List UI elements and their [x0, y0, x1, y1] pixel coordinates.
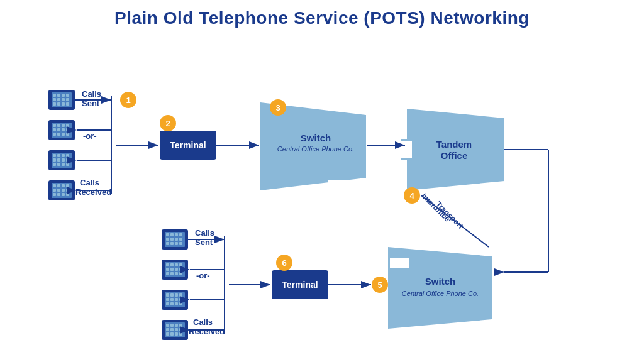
svg-rect-102 — [166, 272, 169, 275]
svg-rect-114 — [179, 298, 182, 301]
svg-rect-103 — [170, 272, 174, 275]
svg-rect-120 — [166, 324, 169, 327]
svg-rect-15 — [66, 102, 69, 106]
svg-rect-128 — [166, 332, 169, 336]
svg-rect-20 — [66, 124, 69, 127]
svg-rect-145 — [390, 255, 409, 258]
tandem-subtitle: Office — [441, 150, 468, 161]
svg-rect-99 — [170, 268, 174, 271]
svg-rect-86 — [170, 238, 174, 241]
svg-rect-51 — [53, 193, 56, 196]
svg-rect-98 — [166, 268, 169, 271]
svg-rect-146 — [390, 268, 409, 270]
svg-rect-97 — [179, 263, 182, 266]
or-label-bot: -or- — [196, 271, 210, 280]
switch-subtitle-bottom: Central Office Phone Co. — [402, 290, 479, 297]
switch-label-top: Switch — [301, 133, 331, 143]
svg-rect-12 — [53, 102, 56, 106]
svg-rect-49 — [62, 189, 65, 192]
svg-rect-101 — [179, 268, 182, 271]
svg-rect-124 — [166, 328, 169, 331]
svg-text:Terminal: Terminal — [170, 140, 206, 150]
svg-rect-5 — [57, 94, 60, 97]
svg-text:3: 3 — [275, 103, 280, 112]
svg-rect-46 — [66, 184, 69, 187]
svg-rect-122 — [175, 324, 178, 327]
svg-rect-81 — [166, 233, 169, 236]
svg-rect-82 — [170, 233, 174, 236]
svg-rect-144 — [390, 256, 409, 269]
tandem-title: Tandem — [436, 139, 472, 150]
svg-text:5: 5 — [377, 280, 382, 290]
svg-rect-27 — [62, 133, 65, 136]
svg-rect-11 — [66, 98, 69, 101]
diagram-svg: Calls Sent -or- Calls Received 1 Termina… — [14, 40, 630, 341]
svg-rect-14 — [62, 102, 65, 106]
svg-rect-35 — [57, 158, 60, 162]
svg-rect-127 — [179, 328, 182, 331]
svg-rect-19 — [62, 124, 65, 127]
svg-rect-126 — [175, 328, 178, 331]
switch-label-bottom: Switch — [425, 276, 455, 287]
svg-text:2: 2 — [165, 119, 170, 128]
svg-rect-129 — [170, 332, 174, 336]
svg-rect-94 — [166, 263, 169, 266]
svg-rect-22 — [57, 128, 60, 131]
svg-rect-108 — [170, 293, 174, 297]
svg-rect-36 — [62, 158, 65, 162]
svg-rect-21 — [53, 128, 56, 131]
svg-rect-47 — [53, 189, 56, 192]
svg-rect-32 — [62, 154, 65, 157]
svg-rect-71 — [401, 140, 412, 159]
svg-rect-109 — [175, 293, 178, 297]
svg-rect-9 — [57, 98, 60, 101]
svg-text:Received: Received — [189, 327, 225, 336]
svg-rect-54 — [66, 193, 69, 196]
svg-text:4: 4 — [409, 191, 414, 200]
svg-rect-18 — [57, 124, 60, 127]
svg-rect-50 — [66, 189, 69, 192]
svg-text:Sent: Sent — [195, 238, 213, 247]
main-container: Plain Old Telephone Service (POTS) Netwo… — [14, 8, 630, 354]
svg-text:1: 1 — [126, 96, 130, 105]
svg-rect-39 — [57, 163, 60, 166]
svg-rect-24 — [66, 128, 69, 131]
svg-rect-33 — [66, 154, 69, 157]
svg-rect-26 — [57, 133, 60, 136]
svg-rect-68 — [328, 177, 350, 180]
svg-rect-95 — [170, 263, 174, 266]
svg-rect-25 — [53, 133, 56, 136]
svg-rect-85 — [166, 238, 169, 241]
svg-rect-96 — [175, 263, 178, 266]
svg-rect-28 — [66, 133, 69, 136]
svg-rect-73 — [401, 158, 412, 160]
svg-rect-43 — [53, 184, 56, 187]
svg-rect-111 — [166, 298, 169, 301]
tandem-office — [407, 109, 504, 190]
svg-rect-110 — [179, 293, 182, 297]
svg-rect-45 — [62, 184, 65, 187]
calls-sent-label-bot: Calls — [195, 228, 214, 238]
svg-rect-40 — [62, 163, 65, 166]
svg-rect-121 — [170, 324, 174, 327]
svg-rect-44 — [57, 184, 60, 187]
svg-rect-37 — [66, 158, 69, 162]
svg-rect-10 — [62, 98, 65, 101]
svg-rect-117 — [175, 302, 178, 305]
svg-text:6: 6 — [282, 258, 286, 268]
svg-rect-92 — [179, 242, 182, 245]
svg-rect-113 — [175, 298, 178, 301]
svg-text:Received: Received — [75, 187, 111, 197]
svg-text:Terminal: Terminal — [282, 280, 318, 290]
calls-sent-label-top: Calls — [82, 89, 101, 99]
svg-rect-123 — [179, 324, 182, 327]
svg-rect-100 — [175, 268, 178, 271]
svg-rect-23 — [62, 128, 65, 131]
svg-rect-7 — [66, 94, 69, 97]
page-title: Plain Old Telephone Service (POTS) Netwo… — [14, 8, 630, 28]
or-label-top: -or- — [83, 131, 97, 141]
svg-rect-53 — [62, 193, 65, 196]
svg-rect-89 — [166, 242, 169, 245]
svg-rect-131 — [179, 332, 182, 336]
svg-rect-31 — [57, 154, 60, 157]
